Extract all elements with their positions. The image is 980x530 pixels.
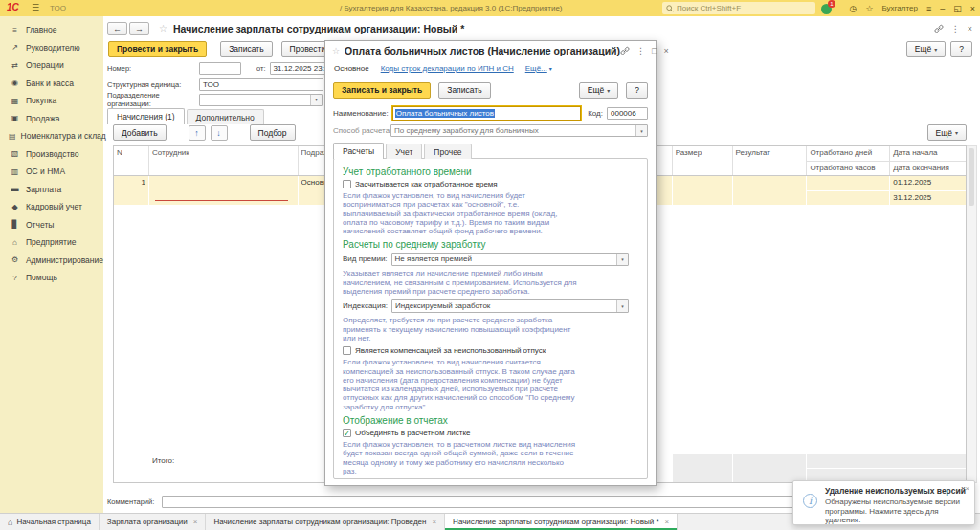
close-tab-icon[interactable]: × — [665, 518, 670, 526]
premium-type-combo[interactable]: Не является премией ▾ — [391, 253, 629, 266]
sidebar-item-salary[interactable]: ▬Зарплата — [0, 181, 103, 199]
size-cell[interactable] — [673, 176, 733, 205]
discussions-icon[interactable]: 1 — [821, 2, 834, 14]
sidebar-item-enterprise[interactable]: ⌂Предприятие — [0, 233, 103, 252]
merge-checkbox[interactable]: ✓ — [343, 429, 351, 437]
service-menu-icon[interactable]: ≡ — [926, 4, 931, 13]
column-header-dates[interactable]: Дата началаДата окончания — [890, 146, 966, 175]
dialog-help-button[interactable]: ? — [626, 82, 648, 99]
sidebar-item-purchase[interactable]: ▦Покупка — [0, 92, 103, 110]
calculations-panel: Учет отработанного времени Засчитывается… — [333, 158, 648, 479]
result-cell[interactable] — [733, 176, 808, 205]
sidebar-item-reports[interactable]: ▊Отчеты — [0, 216, 103, 234]
structural-unit-input[interactable]: ТОО — [199, 78, 323, 91]
nav-item-main[interactable]: Основное — [334, 64, 369, 73]
sidebar-item-manager[interactable]: ↗Руководителю — [0, 39, 103, 57]
chevron-down-icon[interactable]: ▾ — [310, 95, 322, 105]
method-field-row: Способ расчета: По среднему заработку дл… — [325, 124, 656, 137]
merge-checkbox-label: Объединять в расчетном листке — [355, 429, 470, 437]
tab-payroll-new[interactable]: Начисление зарплаты сотрудникам организа… — [445, 514, 678, 530]
chevron-down-icon[interactable]: ▾ — [616, 300, 628, 312]
close-window-icon[interactable]: × — [970, 4, 975, 13]
save-button[interactable]: Записать — [438, 82, 490, 99]
tab-accruals[interactable]: Начисления (1) — [107, 108, 185, 124]
sidebar-item-bank-cash[interactable]: ◉Банк и касса — [0, 75, 103, 93]
operations-icon: ⇄ — [9, 61, 21, 70]
compensation-checkbox[interactable] — [343, 346, 351, 355]
close-tab-icon[interactable]: × — [193, 518, 198, 526]
close-dialog-icon[interactable]: × — [664, 46, 669, 55]
forward-button[interactable]: → — [129, 22, 149, 35]
tab-calculations[interactable]: Расчеты — [333, 143, 384, 159]
row-number-cell[interactable]: 1 — [114, 176, 149, 205]
worked-cell[interactable] — [807, 176, 890, 205]
tab-other[interactable]: Прочее — [424, 144, 471, 159]
tab-accounting[interactable]: Учет — [386, 144, 422, 159]
pick-button[interactable]: Подбор — [250, 124, 296, 141]
tab-additional[interactable]: Дополнительно — [187, 109, 264, 124]
table-scrollbar[interactable] — [967, 145, 977, 483]
move-up-icon[interactable]: ↑ — [189, 125, 206, 141]
more-menu-icon[interactable]: ⋮ — [636, 46, 645, 55]
nav-link-declaration-codes[interactable]: Коды строк декларации по ИПН и СН — [381, 64, 514, 73]
indexation-combo[interactable]: Индексируемый заработок ▾ — [391, 299, 629, 313]
dates-cell[interactable]: 01.12.202531.12.2025 — [890, 176, 966, 205]
sidebar-item-production[interactable]: ▧Производство — [0, 145, 103, 164]
employee-cell[interactable] — [149, 176, 299, 205]
post-and-close-button[interactable]: Провести и закрыть — [108, 41, 207, 57]
add-row-button[interactable]: Добавить — [113, 124, 167, 141]
tab-home[interactable]: ⌂ Начальная страница — [0, 514, 100, 530]
code-label: Код: — [588, 109, 603, 118]
maximize-icon[interactable]: □ — [652, 46, 657, 55]
number-input[interactable] — [199, 62, 241, 75]
hamburger-menu-icon[interactable]: ☰ — [32, 3, 39, 12]
close-tab-icon[interactable]: × — [432, 518, 436, 526]
chevron-down-icon[interactable]: ▾ — [635, 125, 647, 136]
sidebar-item-operations[interactable]: ⇄Операции — [0, 56, 103, 75]
sidebar-item-fixed-assets[interactable]: ▥ОС и НМА — [0, 163, 103, 181]
dialog-more-button[interactable]: Ещё▾ — [579, 82, 618, 99]
close-toast-icon[interactable]: × — [965, 484, 969, 493]
document-help-button[interactable]: ? — [950, 41, 972, 57]
department-combo[interactable]: ▾ — [199, 94, 323, 106]
back-button[interactable]: ← — [107, 22, 127, 35]
sidebar-item-help[interactable]: ?Помощь — [0, 269, 103, 287]
save-button[interactable]: Записать — [220, 41, 272, 57]
column-header-employee[interactable]: Сотрудник — [149, 146, 299, 175]
document-more-button[interactable]: Ещё▾ — [906, 41, 946, 57]
grid-more-button[interactable]: Ещё▾ — [927, 124, 967, 141]
column-header-n[interactable]: N — [114, 146, 149, 175]
name-input[interactable]: Оплата больничных листов — [392, 106, 581, 121]
sidebar-item-hr[interactable]: ◆Кадровый учет — [0, 198, 103, 216]
favorites-star-icon[interactable]: ☆ — [865, 4, 873, 13]
column-header-worked[interactable]: Отработано днейОтработано часов — [807, 146, 890, 175]
column-header-result[interactable]: Результат — [733, 146, 808, 175]
minimize-window-icon[interactable]: – — [940, 4, 945, 13]
name-field-row: Наименование: Оплата больничных листов К… — [325, 106, 656, 121]
nav-link-more[interactable]: Ещё...▾ — [525, 64, 552, 73]
sidebar-item-nomenclature[interactable]: ▤Номенклатура и склад — [0, 127, 103, 145]
save-and-close-button[interactable]: Записать и закрыть — [333, 82, 431, 99]
close-form-icon[interactable]: × — [968, 24, 972, 33]
favorite-star-icon[interactable]: ☆ — [332, 46, 340, 55]
chevron-down-icon[interactable]: ▾ — [616, 254, 628, 265]
code-input[interactable]: 000006 — [607, 107, 648, 120]
more-menu-icon[interactable]: ⋮ — [951, 24, 960, 33]
sidebar-item-main[interactable]: ≡Главное — [0, 21, 103, 39]
global-search-input[interactable]: Поиск Ctrl+Shift+F — [662, 2, 815, 14]
favorite-star-icon[interactable]: ☆ — [159, 23, 167, 33]
sidebar-item-sales[interactable]: ▣Продажа — [0, 110, 103, 128]
copy-link-icon[interactable] — [934, 24, 944, 33]
calc-method-combo[interactable]: По среднему заработку для больничных ▾ — [390, 124, 648, 137]
column-header-size[interactable]: Размер — [673, 146, 733, 175]
notification-toast[interactable]: i Удаление неиспользуемых версий Обнаруж… — [792, 480, 975, 525]
worked-time-checkbox[interactable] — [343, 180, 351, 188]
tab-salary-org[interactable]: Зарплата организации × — [100, 514, 207, 530]
history-icon[interactable]: ◷ — [850, 4, 858, 13]
restore-window-icon[interactable]: ◱ — [953, 4, 962, 13]
tab-payroll-posted[interactable]: Начисление зарплаты сотрудникам организа… — [206, 514, 445, 530]
move-down-icon[interactable]: ↓ — [211, 125, 228, 141]
toast-body[interactable]: Обнаружены неиспользуемые версии програм… — [825, 497, 969, 525]
sidebar-item-administration[interactable]: ⚙Администрирование — [0, 252, 103, 270]
copy-link-icon[interactable] — [620, 46, 630, 55]
